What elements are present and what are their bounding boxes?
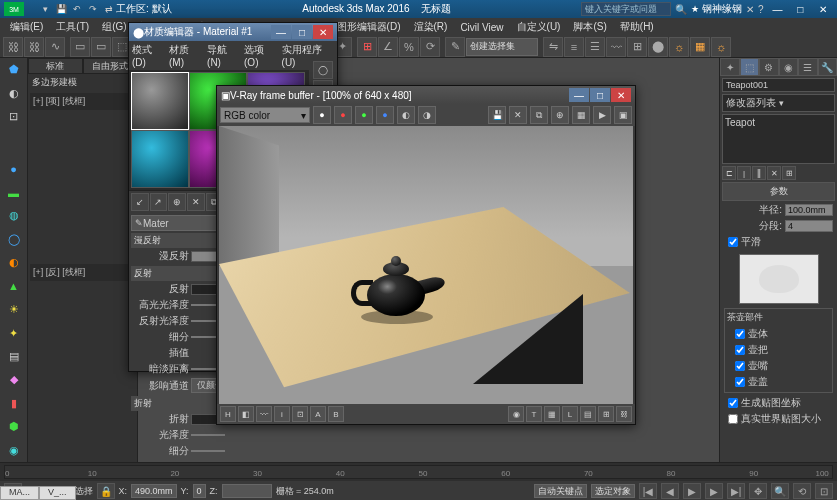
modifier-stack[interactable]: Teapot — [722, 114, 835, 164]
hierarchy-tab-icon[interactable]: ⚙ — [759, 58, 779, 76]
named-sel-icon[interactable]: ✎ — [445, 37, 465, 57]
modifier-list-drop[interactable]: 修改器列表 ▾ — [722, 94, 835, 112]
autokey-button[interactable]: 自动关键点 — [534, 484, 587, 498]
exchange-icon[interactable]: ✕ — [746, 4, 754, 15]
menu-help[interactable]: 帮助(H) — [614, 19, 660, 35]
app-logo-icon[interactable]: 3M — [4, 2, 24, 16]
vray-link-icon[interactable]: ⛓ — [616, 406, 632, 422]
vray-render-icon[interactable]: ▶ — [593, 106, 611, 124]
light-icon[interactable]: ☀ — [2, 299, 26, 320]
vray-save-icon[interactable]: 💾 — [488, 106, 506, 124]
vray-ocio-icon[interactable]: ▤ — [580, 406, 596, 422]
menu-render[interactable]: 渲染(R) — [408, 19, 454, 35]
display-tab-icon[interactable]: ☰ — [798, 58, 818, 76]
sphere-icon[interactable]: ● — [2, 158, 26, 179]
assign-mat-icon[interactable]: ⊕ — [168, 193, 186, 211]
cam-icon[interactable]: ▤ — [2, 346, 26, 367]
render-icon[interactable]: ☼ — [711, 37, 731, 57]
vray-region-icon[interactable]: ▦ — [572, 106, 590, 124]
space-icon[interactable]: ▮ — [2, 393, 26, 414]
select-name-icon[interactable]: ▭ — [91, 37, 111, 57]
segments-input[interactable]: 4 — [785, 220, 833, 232]
get-mat-icon[interactable]: ↙ — [131, 193, 149, 211]
undo-icon[interactable]: ↶ — [70, 2, 84, 16]
play-prev-icon[interactable]: ◀ — [661, 483, 679, 499]
unlink-tool-icon[interactable]: ⛓ — [24, 37, 44, 57]
menu-edit[interactable]: 编辑(E) — [4, 19, 49, 35]
schematic-icon[interactable]: ⊞ — [627, 37, 647, 57]
helper-icon[interactable]: ◆ — [2, 369, 26, 390]
workspace-label[interactable]: 工作区: 默认 — [116, 2, 172, 16]
render-setup-icon[interactable]: ☼ — [669, 37, 689, 57]
vray-titlebar[interactable]: ▣ V-Ray frame buffer - [100% of 640 x 48… — [217, 86, 635, 104]
play-end-icon[interactable]: ▶| — [727, 483, 745, 499]
reset-mat-icon[interactable]: ✕ — [187, 193, 205, 211]
teapot-icon[interactable]: ◐ — [2, 252, 26, 273]
vray-channel-select[interactable]: RGB color▾ — [220, 107, 310, 123]
z-coord-input[interactable] — [222, 484, 272, 498]
link-tool-icon[interactable]: ⛓ — [3, 37, 23, 57]
vray-track-icon[interactable]: ⊕ — [551, 106, 569, 124]
vray-srgb-icon[interactable]: ▦ — [544, 406, 560, 422]
matedit-close-icon[interactable]: ✕ — [313, 25, 333, 39]
strip-icon[interactable]: ◐ — [2, 82, 26, 103]
vray-curve-icon[interactable]: 〰 — [256, 406, 272, 422]
handle-checkbox[interactable] — [735, 345, 745, 355]
matedit-menu-options[interactable]: 选项(O) — [244, 43, 278, 68]
lock-icon[interactable]: 🔒 — [97, 483, 115, 499]
vray-force-icon[interactable]: ⊞ — [598, 406, 614, 422]
params-rollout-header[interactable]: 参数 — [722, 182, 835, 201]
vray-mono-icon[interactable]: ◑ — [418, 106, 436, 124]
render-frame-icon[interactable]: ▦ — [690, 37, 710, 57]
sample-type-icon[interactable]: ◯ — [313, 61, 333, 79]
taskbar-tab[interactable]: V_... — [39, 486, 76, 500]
vray-rgb-icon[interactable]: ● — [313, 106, 331, 124]
vray-close-icon[interactable]: ✕ — [611, 88, 631, 102]
vray-lut-icon[interactable]: L — [562, 406, 578, 422]
vray-info-icon[interactable]: i — [274, 406, 290, 422]
vray-g-icon[interactable]: ● — [355, 106, 373, 124]
realworld-checkbox[interactable] — [728, 414, 738, 424]
select-icon[interactable]: ▭ — [70, 37, 90, 57]
vray-copy-icon[interactable]: ⧉ — [530, 106, 548, 124]
utilities-tab-icon[interactable]: 🔧 — [818, 58, 838, 76]
configure-icon[interactable]: ⊞ — [782, 166, 796, 180]
selobj-drop[interactable]: 选定对象 — [591, 484, 635, 498]
menu-graph[interactable]: 图形编辑器(D) — [331, 19, 407, 35]
viewport-label-front[interactable]: [+] [反] [线框] — [30, 264, 135, 281]
vray-pixel-icon[interactable]: ⊡ — [292, 406, 308, 422]
vray-cc-icon[interactable]: ◧ — [238, 406, 254, 422]
vray-render-last-icon[interactable]: ▣ — [614, 106, 632, 124]
create-tab-icon[interactable]: ✦ — [720, 58, 740, 76]
material-slot[interactable] — [131, 130, 189, 188]
matedit-menu-material[interactable]: 材质(M) — [169, 43, 203, 68]
matedit-titlebar[interactable]: ⬤ 材质编辑器 - Material #1 —□✕ — [129, 23, 337, 41]
vray-lens-icon[interactable]: ◉ — [508, 406, 524, 422]
vray-comp-icon[interactable]: A — [310, 406, 326, 422]
help-icon[interactable]: ? — [758, 4, 764, 15]
snap-icon[interactable]: ⊞ — [357, 37, 377, 57]
subdiv2-input[interactable] — [191, 450, 225, 452]
material-editor-icon[interactable]: ⬤ — [648, 37, 668, 57]
percent-snap-icon[interactable]: % — [399, 37, 419, 57]
vray-r-icon[interactable]: ● — [334, 106, 352, 124]
box-icon[interactable]: ▬ — [2, 182, 26, 203]
menu-tools[interactable]: 工具(T) — [50, 19, 95, 35]
matedit-menu-nav[interactable]: 导航(N) — [207, 43, 240, 68]
unique-icon[interactable]: ǁ — [752, 166, 766, 180]
help-search-input[interactable]: 键入关键字或问题 — [581, 2, 671, 16]
spinner-snap-icon[interactable]: ⟳ — [420, 37, 440, 57]
cylinder-icon[interactable]: ◍ — [2, 205, 26, 226]
maximize-icon[interactable]: □ — [790, 2, 810, 16]
layers-icon[interactable]: ☰ — [585, 37, 605, 57]
open-icon[interactable]: ▾ — [38, 2, 52, 16]
vray-clear-icon[interactable]: ✕ — [509, 106, 527, 124]
x-coord-input[interactable]: 490.0mm — [131, 484, 177, 498]
nav-pan-icon[interactable]: ✥ — [749, 483, 767, 499]
close-icon[interactable]: ✕ — [813, 2, 833, 16]
signin-label[interactable]: ★ 钢神缘钢 — [691, 2, 742, 16]
vray-hist-icon[interactable]: H — [220, 406, 236, 422]
matedit-min-icon[interactable]: — — [271, 25, 291, 39]
vray-a-icon[interactable]: ◐ — [397, 106, 415, 124]
vray-render-view[interactable] — [219, 126, 633, 404]
